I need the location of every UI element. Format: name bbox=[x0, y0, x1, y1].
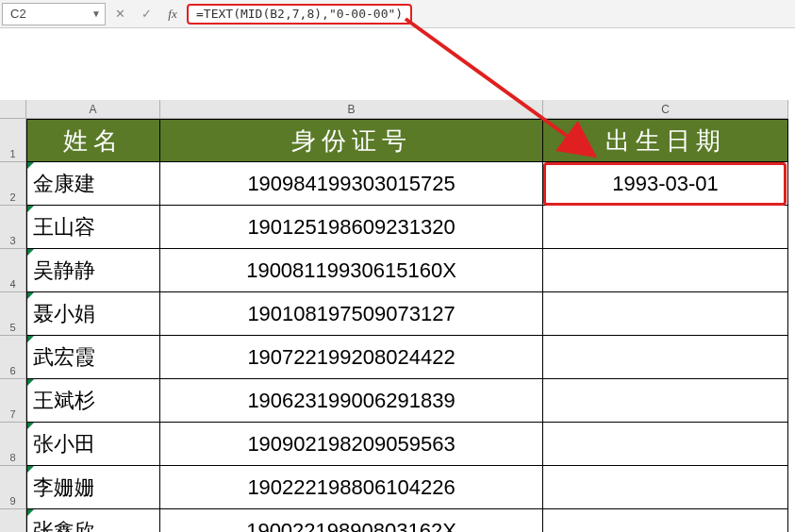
row-number[interactable]: 8 bbox=[0, 423, 26, 466]
row-number[interactable]: 6 bbox=[0, 336, 26, 379]
row-number[interactable]: 7 bbox=[0, 379, 26, 423]
cell-birth[interactable] bbox=[543, 292, 788, 336]
cell-id[interactable]: 190984199303015725 bbox=[160, 162, 543, 206]
table-row: 4 吴静静 19008119930615160X bbox=[0, 249, 788, 292]
column-headers-row: A B C bbox=[0, 100, 788, 119]
cell-id[interactable]: 19008119930615160X bbox=[160, 249, 543, 292]
chevron-down-icon[interactable]: ▼ bbox=[91, 8, 101, 19]
cell-birth[interactable] bbox=[543, 423, 788, 466]
cell-name[interactable]: 张小田 bbox=[26, 423, 160, 466]
row-number[interactable]: 2 bbox=[0, 162, 26, 206]
cell-name[interactable]: 王山容 bbox=[26, 206, 160, 249]
header-cell-id[interactable]: 身份证号 bbox=[160, 119, 543, 162]
cell-id[interactable]: 190722199208024422 bbox=[160, 336, 543, 379]
cell-birth[interactable] bbox=[543, 466, 788, 509]
column-header-C[interactable]: C bbox=[543, 100, 788, 118]
column-header-A[interactable]: A bbox=[26, 100, 160, 118]
cell-id[interactable]: 190623199006291839 bbox=[160, 379, 543, 423]
cell-birth[interactable]: 1993-03-01 bbox=[543, 162, 788, 206]
row-number[interactable]: 5 bbox=[0, 292, 26, 336]
fx-icon[interactable]: fx bbox=[162, 4, 183, 25]
table-row: 7 王斌杉 190623199006291839 bbox=[0, 379, 788, 423]
cell-name[interactable]: 吴静静 bbox=[26, 249, 160, 292]
row-number[interactable]: 3 bbox=[0, 206, 26, 249]
cell-id[interactable]: 190902198209059563 bbox=[160, 423, 543, 466]
row-number[interactable]: 1 bbox=[0, 119, 26, 162]
column-header-B[interactable]: B bbox=[160, 100, 543, 118]
row-number[interactable]: 9 bbox=[0, 466, 26, 509]
confirm-icon[interactable]: ✓ bbox=[136, 4, 157, 25]
header-cell-name[interactable]: 姓名 bbox=[26, 119, 160, 162]
row-number[interactable]: 4 bbox=[0, 249, 26, 292]
cell-name[interactable]: 张鑫欣 bbox=[26, 509, 160, 532]
row-number[interactable]: 10 bbox=[0, 509, 26, 532]
cell-birth[interactable] bbox=[543, 336, 788, 379]
cell-birth[interactable] bbox=[543, 509, 788, 532]
table-row: 5 聂小娟 190108197509073127 bbox=[0, 292, 788, 336]
formula-controls: ✕ ✓ fx bbox=[109, 4, 183, 25]
name-box-value: C2 bbox=[10, 7, 26, 21]
table-row: 6 武宏霞 190722199208024422 bbox=[0, 336, 788, 379]
cell-id[interactable]: 19002219890803162X bbox=[160, 509, 543, 532]
cell-name[interactable]: 金康建 bbox=[26, 162, 160, 206]
cell-id[interactable]: 190108197509073127 bbox=[160, 292, 543, 336]
formula-bar: C2 ▼ ✕ ✓ fx =TEXT(MID(B2,7,8),"0-00-00") bbox=[0, 0, 795, 28]
table-row: 10 张鑫欣 19002219890803162X bbox=[0, 509, 788, 532]
select-all-corner[interactable] bbox=[0, 100, 26, 118]
cell-birth[interactable] bbox=[543, 249, 788, 292]
cell-id[interactable]: 190222198806104226 bbox=[160, 466, 543, 509]
cell-name[interactable]: 李姗姗 bbox=[26, 466, 160, 509]
header-row: 1 姓名 身份证号 出生日期 bbox=[0, 119, 788, 162]
header-cell-birth[interactable]: 出生日期 bbox=[543, 119, 788, 162]
cell-name[interactable]: 聂小娟 bbox=[26, 292, 160, 336]
cell-id[interactable]: 190125198609231320 bbox=[160, 206, 543, 249]
rows-container: 1 姓名 身份证号 出生日期 2 金康建 190984199303015725 … bbox=[0, 119, 788, 532]
cell-name[interactable]: 武宏霞 bbox=[26, 336, 160, 379]
name-box[interactable]: C2 ▼ bbox=[2, 3, 106, 25]
cell-birth[interactable] bbox=[543, 379, 788, 423]
cell-birth[interactable] bbox=[543, 206, 788, 249]
table-row: 9 李姗姗 190222198806104226 bbox=[0, 466, 788, 509]
cell-name[interactable]: 王斌杉 bbox=[26, 379, 160, 423]
table-row: 8 张小田 190902198209059563 bbox=[0, 423, 788, 466]
formula-text: =TEXT(MID(B2,7,8),"0-00-00") bbox=[196, 7, 403, 21]
table-row: 2 金康建 190984199303015725 1993-03-01 bbox=[0, 162, 788, 206]
cancel-icon[interactable]: ✕ bbox=[109, 4, 130, 25]
formula-input[interactable]: =TEXT(MID(B2,7,8),"0-00-00") bbox=[187, 4, 412, 25]
table-row: 3 王山容 190125198609231320 bbox=[0, 206, 788, 249]
